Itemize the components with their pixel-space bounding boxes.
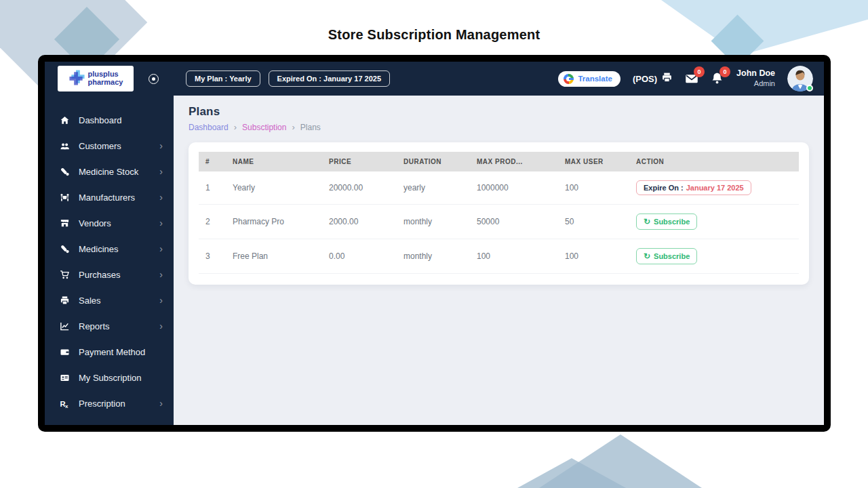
- svg-text:x: x: [64, 403, 68, 409]
- printer-icon: [59, 295, 70, 306]
- mail-icon: [685, 76, 698, 87]
- chevron-right-icon: [159, 321, 163, 331]
- pos-print-button[interactable]: (POS): [633, 72, 673, 85]
- google-logo-icon: [564, 74, 574, 84]
- chevron-right-icon: [234, 122, 237, 132]
- sidebar-item-payment-method[interactable]: Payment Method: [45, 339, 174, 365]
- logo-text: plusplus pharmacy: [88, 70, 123, 86]
- chevron-right-icon: [159, 244, 163, 253]
- users-icon: [59, 140, 70, 151]
- notifications-button[interactable]: 0: [711, 72, 724, 85]
- rx-icon: Rx: [59, 398, 70, 409]
- subscribe-label: Subscribe: [654, 252, 690, 260]
- my-plan-pill[interactable]: My Plan : Yearly: [186, 70, 260, 87]
- col-header-num: #: [199, 152, 226, 171]
- mail-badge: 0: [694, 66, 705, 77]
- expired-on-pill[interactable]: Expired On : January 17 2025: [269, 70, 390, 87]
- chevron-right-icon: [159, 141, 163, 150]
- topbar: My Plan : Yearly Expired On : January 17…: [174, 62, 824, 96]
- cell-num: 2: [199, 205, 226, 239]
- breadcrumb: Dashboard Subsctiption Plans: [189, 122, 809, 132]
- logo[interactable]: plusplus pharmacy: [58, 66, 134, 92]
- cell-name: Yearly: [226, 171, 322, 205]
- app-window: plusplus pharmacy Dashboard: [38, 55, 831, 432]
- sidebar: plusplus pharmacy Dashboard: [45, 62, 174, 425]
- sync-icon: [644, 251, 650, 261]
- cell-max-user: 100: [558, 171, 629, 205]
- wallet-icon: [59, 346, 70, 357]
- sidebar-item-label: My Subscription: [79, 373, 141, 383]
- user-role: Admin: [736, 79, 775, 89]
- expire-on-button[interactable]: Expire On : January 17 2025: [636, 180, 751, 195]
- chevron-right-icon: [159, 167, 163, 176]
- col-header-action: ACTION: [629, 152, 799, 171]
- online-status-dot: [806, 85, 813, 92]
- sidebar-item-medicine-stock[interactable]: Medicine Stock: [45, 159, 174, 184]
- sidebar-item-manufacturers[interactable]: Manufacturers: [45, 184, 174, 210]
- translate-label: Translate: [578, 75, 612, 83]
- cell-action: Subscribe: [629, 205, 799, 239]
- messages-button[interactable]: 0: [685, 72, 698, 85]
- bell-icon: [711, 75, 724, 87]
- id-card-icon: [59, 372, 70, 383]
- cell-max-prod: 100: [470, 239, 558, 274]
- subscribe-button[interactable]: Subscribe: [636, 214, 697, 230]
- sidebar-item-label: Payment Method: [79, 347, 145, 357]
- plans-card: # NAME PRICE DURATION MAX PROD... MAX US…: [189, 142, 809, 285]
- sidebar-item-vendors[interactable]: Vendors: [45, 210, 174, 236]
- chart-line-icon: [59, 321, 70, 331]
- cell-duration: monthly: [397, 205, 470, 239]
- sidebar-item-label: Prescription: [79, 399, 125, 409]
- page-heading: Plans: [189, 105, 809, 119]
- chevron-right-icon: [159, 296, 163, 305]
- cell-duration: yearly: [397, 171, 470, 205]
- user-menu-button[interactable]: [787, 66, 813, 92]
- cell-num: 3: [199, 239, 226, 274]
- col-header-price: PRICE: [322, 152, 397, 171]
- col-header-max-user: MAX USER: [558, 152, 629, 171]
- chevron-right-icon: [159, 192, 163, 202]
- sidebar-item-my-subscription[interactable]: My Subscription: [45, 365, 174, 390]
- breadcrumb-dashboard[interactable]: Dashboard: [189, 123, 229, 132]
- topbar-right: Translate (POS) 0: [558, 66, 813, 92]
- cell-price: 2000.00: [322, 205, 397, 239]
- cell-max-prod: 50000: [470, 205, 558, 239]
- cell-action: Expire On : January 17 2025: [629, 171, 799, 205]
- cell-max-user: 100: [558, 239, 629, 274]
- sidebar-item-dashboard[interactable]: Dashboard: [45, 107, 174, 133]
- sidebar-item-label: Purchases: [79, 270, 120, 280]
- cell-max-user: 50: [558, 205, 629, 239]
- chevron-right-icon: [292, 122, 294, 132]
- user-info[interactable]: John Doe Admin: [736, 68, 775, 88]
- pills-icon: [59, 166, 70, 177]
- people-carry-icon: [59, 192, 70, 203]
- cell-name: Free Plan: [226, 239, 322, 274]
- sidebar-item-prescription[interactable]: Rx Prescription: [45, 390, 174, 416]
- expire-date: January 17 2025: [686, 184, 744, 192]
- content-column: My Plan : Yearly Expired On : January 17…: [174, 62, 824, 425]
- sidebar-item-label: Sales: [79, 296, 101, 306]
- capsule-icon: [59, 243, 70, 254]
- sidebar-logo-row: plusplus pharmacy: [45, 62, 174, 96]
- sidebar-item-customers[interactable]: Customers: [45, 133, 174, 159]
- cell-action: Subscribe: [629, 239, 799, 274]
- translate-button[interactable]: Translate: [558, 71, 620, 87]
- breadcrumb-subscription[interactable]: Subsctiption: [242, 123, 286, 132]
- col-header-duration: DURATION: [397, 152, 470, 171]
- cart-icon: [59, 269, 70, 280]
- cell-max-prod: 1000000: [470, 171, 558, 205]
- chevron-right-icon: [159, 270, 163, 279]
- subscribe-button[interactable]: Subscribe: [636, 248, 697, 264]
- page: Store Subscription Management plusplus p…: [0, 0, 868, 488]
- main-content: Plans Dashboard Subsctiption Plans # NAM…: [174, 96, 824, 425]
- sidebar-item-sales[interactable]: Sales: [45, 287, 174, 313]
- sidebar-item-reports[interactable]: Reports: [45, 313, 174, 339]
- home-icon: [59, 115, 70, 125]
- sidebar-toggle-icon[interactable]: [149, 74, 159, 84]
- sidebar-item-purchases[interactable]: Purchases: [45, 262, 174, 287]
- chevron-right-icon: [159, 218, 163, 228]
- pos-label: (POS): [633, 74, 657, 84]
- sidebar-item-label: Vendors: [79, 218, 111, 228]
- sidebar-item-medicines[interactable]: Medicines: [45, 236, 174, 262]
- sidebar-item-label: Dashboard: [79, 115, 122, 125]
